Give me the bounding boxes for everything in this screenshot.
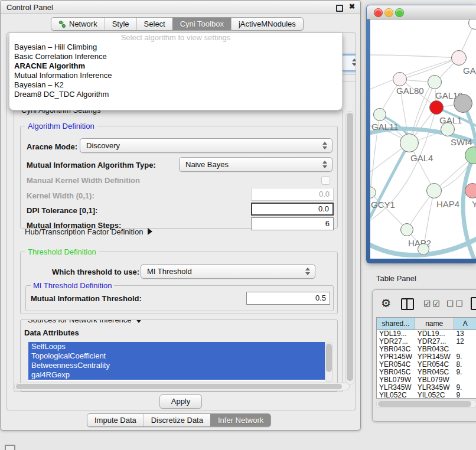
table-row[interactable]: YBR043CYBR043C (377, 345, 476, 353)
tab-impute-data[interactable]: Impute Data (87, 414, 144, 426)
table-row[interactable]: YER054CYER054C8. (377, 361, 476, 369)
algorithm-option-dream8-dc-tdc-algorithm[interactable]: Dream8 DC_TDC Algorithm (9, 90, 342, 99)
minimized-panel-fragment[interactable] (5, 445, 15, 450)
attribute-item-betweennesscentrality[interactable]: BetweennessCentrality (28, 361, 325, 370)
data-attributes-list[interactable]: SelfLoopsTopologicalCoefficientBetweenne… (28, 342, 325, 381)
network-icon (58, 20, 66, 28)
node-label: GAL80 (396, 86, 424, 96)
tab-cyni-toolbox[interactable]: Cyni Toolbox (172, 18, 231, 30)
network-node-swi4[interactable] (441, 122, 455, 136)
algorithm-option-mutual-information-inference[interactable]: Mutual Information Inference (9, 71, 342, 80)
network-node-gal[interactable] (451, 50, 467, 66)
algorithm-option-bayesian-hill-climbing[interactable]: Bayesian – Hill Climbing (9, 43, 342, 52)
network-node-gal4[interactable] (400, 133, 419, 152)
tab-jactivemnodules[interactable]: jActiveMNodules (231, 18, 303, 30)
table-cell: YIL052C (377, 392, 415, 399)
network-window-titlebar (367, 5, 476, 19)
table-cell: YPR145W (415, 353, 454, 361)
close-traffic-light-icon[interactable] (374, 8, 383, 17)
table-row[interactable]: YDR27...YDR27...12 (377, 338, 476, 345)
group-title: MI Threshold Definition (31, 281, 114, 290)
tab-network[interactable]: Network (51, 18, 105, 30)
which-threshold-select[interactable]: MI Threshold (141, 264, 315, 279)
close-icon[interactable]: ✖ (349, 2, 355, 11)
settings-horizontal-scrollbar[interactable] (14, 383, 350, 390)
network-node-gal80[interactable] (393, 72, 407, 86)
table-cell: YER054C (377, 361, 415, 369)
tab-style[interactable]: Style (105, 18, 136, 30)
table-cell: 13 (454, 330, 476, 338)
table-row[interactable]: YIL052CYIL052C9 (377, 392, 476, 399)
zoom-traffic-light-icon[interactable] (395, 8, 404, 17)
table-row[interactable]: YBL079WYBL079W (377, 376, 476, 384)
column-header-name[interactable]: name (415, 318, 454, 330)
aracne-mode-value: Discovery (86, 141, 120, 150)
network-node-hap2[interactable] (400, 223, 413, 236)
obscured-groupbox-line (341, 74, 356, 75)
manual-kernel-checkbox[interactable] (321, 176, 330, 185)
mi-type-select[interactable]: Naive Bayes (179, 157, 332, 172)
mi-threshold-field[interactable]: 0.5 (246, 292, 330, 305)
split-columns-icon[interactable] (401, 298, 414, 310)
float-window-icon[interactable] (336, 5, 343, 12)
scrollbar-thumb[interactable] (347, 113, 353, 381)
algorithm-option-basic-correlation-inference[interactable]: Basic Correlation Inference (9, 52, 342, 61)
network-node-y[interactable] (465, 183, 476, 198)
pane-divider[interactable] (361, 269, 476, 269)
hub-definition-expander[interactable]: Hub/Transcription Factor Definition (25, 227, 152, 236)
hub-definition-label: Hub/Transcription Factor Definition (25, 227, 143, 236)
tab-discretize-data[interactable]: Discretize Data (144, 414, 210, 426)
deselect-all-icon[interactable]: ☐☐ (446, 299, 465, 308)
scrollbar-thumb[interactable] (16, 384, 342, 389)
table-body: YDL19...YDL19...13YDR27...YDR27...12YBR0… (377, 330, 476, 399)
attribute-item-topologicalcoefficient[interactable]: TopologicalCoefficient (28, 351, 325, 361)
settings-vertical-scrollbar[interactable] (345, 111, 354, 385)
aracne-mode-select[interactable]: Discovery (80, 138, 332, 153)
algorithm-option-aracne-algorithm[interactable]: ARACNE Algorithm (9, 61, 342, 71)
node-label: HAP4 (436, 199, 459, 209)
apply-button[interactable]: Apply (159, 394, 202, 409)
network-node-gal1[interactable] (429, 100, 444, 115)
attributes-list-scrollbar[interactable] (325, 342, 333, 382)
algorithm-prompt: Select algorithm to view settings (9, 33, 342, 43)
table-row[interactable]: YDL19...YDL19...13 (377, 330, 476, 338)
tab-infer-network[interactable]: Infer Network (210, 414, 270, 426)
column-header-shared[interactable]: shared... (377, 318, 415, 330)
mi-steps-field[interactable]: 6 (251, 217, 334, 230)
table-cell: YBR043C (377, 345, 415, 353)
gear-icon[interactable]: ⚙ (381, 298, 391, 309)
tab-select[interactable]: Select (136, 18, 172, 30)
document-icon[interactable] (471, 297, 476, 310)
table-cell: YDL19... (415, 330, 454, 338)
attribute-item-gal4rgexp[interactable]: gal4RGexp (28, 370, 325, 380)
network-canvas[interactable]: GALGAL80GAL10GAL1GAL11SWI4GAL4GCY1HAP4YH… (370, 19, 476, 259)
combo-arrows-icon (322, 160, 327, 169)
tab-label: Cyni Toolbox (180, 18, 224, 30)
attribute-item-selfloops[interactable]: SelfLoops (28, 342, 325, 351)
algorithm-option-bayesian-k2[interactable]: Bayesian – K2 (9, 80, 342, 90)
table-cell: YLR345W (415, 384, 454, 392)
tab-label: Select (144, 18, 165, 30)
scrollbar-thumb[interactable] (326, 344, 332, 372)
table-cell: YDR27... (377, 338, 415, 345)
mi-threshold-definition-group: MI Threshold Definition Mutual Informati… (25, 285, 334, 311)
mi-type-value: Naive Bayes (185, 160, 229, 169)
sources-expander[interactable]: Sources for Network Inference (25, 319, 145, 324)
scrollbar-thumb[interactable] (378, 401, 471, 407)
kernel-width-field[interactable]: 0.0 (251, 188, 334, 201)
table-row[interactable]: YBR045CYBR045C9. (377, 369, 476, 376)
table-horizontal-scrollbar[interactable] (376, 400, 476, 408)
network-node[interactable] (418, 243, 429, 255)
table-row[interactable]: YPR145WYPR145W9. (377, 353, 476, 361)
column-header-a[interactable]: A (454, 318, 476, 330)
network-node[interactable] (454, 94, 472, 113)
dpi-tolerance-field[interactable]: 0.0 (251, 203, 334, 216)
network-node-gal11[interactable] (373, 108, 386, 121)
select-all-icon[interactable]: ☑☑ (423, 299, 442, 308)
table-row[interactable]: YLR345WYLR345W9. (377, 384, 476, 392)
minimize-traffic-light-icon[interactable] (384, 8, 393, 17)
table-cell: YDL19... (377, 330, 415, 338)
manual-kernel-label: Manual Kernel Width Definition (27, 176, 140, 185)
network-node-hap4[interactable] (426, 183, 442, 198)
network-node-gal10[interactable] (428, 75, 442, 89)
